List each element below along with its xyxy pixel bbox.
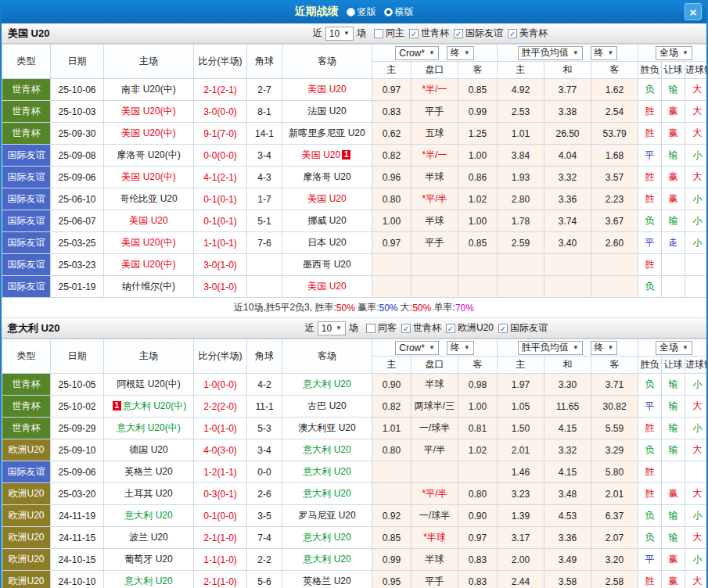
filter-checkbox-1[interactable]: ✓世青杯	[409, 27, 449, 40]
filter-checkbox-2[interactable]: ✓欧洲U20	[446, 321, 494, 335]
match-count-select[interactable]: 10 ▼	[318, 321, 346, 335]
goals-result-cell: 大	[685, 527, 708, 549]
col-header-corners: 角球	[247, 45, 282, 79]
filter-checkbox-3[interactable]: ✓美青杯	[508, 27, 548, 40]
avg-final-select[interactable]: 终 ▼	[591, 341, 618, 355]
result-cell: 平	[638, 145, 662, 167]
filter-checkbox-3[interactable]: ✓国际友谊	[498, 321, 548, 335]
chevron-down-icon: ▼	[608, 344, 614, 351]
score-cell: 2-2(2-0)	[194, 396, 247, 418]
checkbox-checked-icon: ✓	[409, 29, 419, 38]
match-count-select[interactable]: 10 ▼	[325, 27, 354, 41]
match-date-cell: 25-10-06	[51, 79, 104, 101]
score-cell: 0-1(0-1)	[194, 188, 247, 210]
match-row: 世青杯25-10-06南非 U20(中)2-1(2-1)2-7美国 U200.9…	[2, 79, 708, 101]
odds-home-cell: 0.85	[372, 527, 412, 549]
odds-handicap-cell: 五球	[412, 123, 458, 145]
away-team-cell: 英格兰 U20	[282, 571, 372, 588]
home-team-name: 美国 U20(中)	[121, 237, 175, 248]
results-table: 类型 日期 主场 比分(半场) 角球 客场 Crow* ▼ 终	[2, 44, 708, 298]
col-header-date: 日期	[51, 339, 104, 374]
avg-away-cell: 1.62	[591, 79, 638, 101]
fulltime-select[interactable]: 全场 ▼	[656, 341, 692, 355]
filter-checkbox-2[interactable]: ✓国际友谊	[454, 27, 503, 40]
match-date-cell: 25-09-30	[51, 123, 104, 145]
odds-final-select[interactable]: 终 ▼	[447, 46, 474, 60]
odds-company-select[interactable]: Crow* ▼	[395, 46, 439, 60]
avg-home-cell: 2.00	[498, 549, 544, 571]
odds-away-cell	[458, 254, 498, 276]
chevron-down-icon: ▼	[573, 344, 579, 351]
home-team-name: 德国 U20	[129, 444, 167, 455]
checkbox-checked-icon: ✓	[454, 29, 463, 38]
avg-draw-cell: 4.53	[544, 505, 591, 527]
odds-handicap-cell: 平手	[412, 571, 458, 588]
odds-away-cell: 1.00	[458, 210, 498, 232]
avg-away-cell: 3.29	[591, 439, 638, 461]
odds-away-cell: 0.97	[458, 527, 498, 549]
result-cell: 负	[638, 374, 662, 396]
away-team-cell: 罗马尼亚 U20	[282, 505, 372, 527]
avg-draw-cell	[544, 276, 591, 298]
odds-handicap-cell: 平手	[412, 232, 458, 254]
away-team-cell: 意大利 U20	[282, 527, 372, 549]
filter-checkbox-1[interactable]: ✓世青杯	[401, 321, 441, 335]
sub-col-header: 让球	[662, 357, 685, 374]
handicap-result-cell: 输	[662, 79, 685, 101]
odds-handicap-cell: *平/半	[412, 483, 458, 505]
filter-checkbox-0[interactable]: 同主	[374, 27, 404, 40]
score-cell: 4-1(2-1)	[194, 167, 247, 188]
home-team-cell: 纳什维尔(中)	[104, 276, 194, 298]
sub-col-header: 和	[544, 357, 591, 374]
avg-draw-cell: 11.65	[544, 396, 591, 418]
score-cell: 4-0(3-0)	[194, 439, 247, 461]
score-cell: 0-1(0-0)	[194, 505, 247, 527]
goals-result-cell: 小	[685, 210, 708, 232]
chevron-down-icon: ▼	[464, 49, 470, 56]
home-team-name: 美国 U20(中)	[121, 259, 175, 270]
sub-col-header: 进球数	[685, 62, 708, 79]
match-date-cell: 25-03-23	[51, 254, 104, 276]
match-type-cell: 世青杯	[2, 418, 51, 439]
filter-checkbox-0[interactable]: 同客	[366, 321, 397, 335]
match-count-value: 10	[329, 28, 340, 39]
result-cell: 负	[638, 505, 662, 527]
away-team-cell: 美国 U20	[282, 79, 372, 101]
avg-home-cell: 1.05	[498, 396, 544, 418]
away-team-name: 新喀里多尼亚 U20	[289, 127, 365, 138]
close-button[interactable]: ×	[685, 3, 702, 20]
away-team-cell: 墨西哥 U20	[282, 254, 372, 276]
away-team-cell: 美国 U20	[282, 276, 372, 298]
avg-away-cell: 2.07	[591, 527, 638, 549]
odds-group-header: Crow* ▼ 终 ▼	[372, 339, 498, 357]
score-cell: 9-1(7-0)	[194, 123, 247, 145]
score-cell: 2-1(1-0)	[194, 571, 247, 588]
sub-col-header: 主	[372, 357, 412, 374]
section-header-bar: 美国 U20 近 10 ▼ 场 同主✓世青杯✓国际友谊✓美青杯	[2, 23, 706, 44]
score-cell: 1-1(1-0)	[194, 549, 247, 571]
summary-part: 50%	[412, 303, 431, 314]
odds-handicap-cell: *半球	[412, 527, 458, 549]
view-mode-radio-0[interactable]: 竖版	[347, 5, 376, 19]
avg-final-select[interactable]: 终 ▼	[591, 46, 618, 60]
handicap-result-cell: 输	[662, 374, 685, 396]
home-team-cell: 美国 U20(中)	[104, 123, 194, 145]
match-row: 国际友谊25-03-25美国 U20(中)1-1(0-1)7-6日本 U200.…	[2, 232, 708, 254]
away-team-cell: 摩洛哥 U20	[282, 167, 372, 188]
odds-final-select[interactable]: 终 ▼	[447, 341, 474, 355]
avg-odds-select[interactable]: 胜平负均值 ▼	[518, 341, 583, 355]
sub-col-header: 和	[544, 62, 591, 79]
score-cell: 1-0(0-0)	[194, 374, 247, 396]
red-card-badge: 1	[342, 150, 350, 160]
away-team-name: 意大利 U20	[303, 378, 350, 389]
avg-group-header: 胜平负均值 ▼ 终 ▼	[498, 45, 638, 62]
radio-icon	[384, 8, 393, 16]
col-header-corners: 角球	[247, 339, 282, 374]
chevron-down-icon: ▼	[343, 30, 350, 37]
odds-company-select[interactable]: Crow* ▼	[395, 341, 439, 355]
fulltime-select[interactable]: 全场 ▼	[656, 46, 692, 60]
view-mode-radio-1[interactable]: 横版	[384, 5, 414, 19]
avg-draw-cell	[544, 254, 591, 276]
avg-odds-select[interactable]: 胜平负均值 ▼	[518, 46, 583, 60]
odds-home-cell	[372, 254, 412, 276]
